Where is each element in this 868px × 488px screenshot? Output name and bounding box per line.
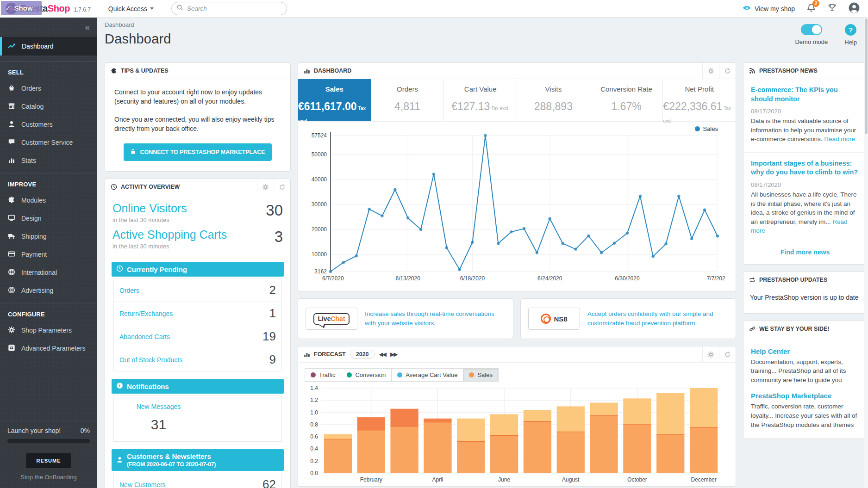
sidebar-item-shop-parameters[interactable]: Shop Parameters — [0, 323, 97, 337]
onboarding-progress-bar — [7, 439, 90, 443]
activity-group-notifications: NotificationsNew Messages31 — [112, 379, 284, 442]
panel-refresh-button[interactable] — [274, 179, 290, 195]
bar-chart-icon — [304, 351, 310, 358]
sidebar-item-payment[interactable]: Payment — [0, 247, 97, 261]
page-scrollbar[interactable] — [864, 18, 868, 488]
forecast-year[interactable]: 2020 — [350, 350, 375, 359]
sidebar-divider — [0, 61, 97, 62]
svg-text:October: October — [627, 476, 647, 483]
panel-refresh-button[interactable] — [719, 346, 736, 362]
support-link-title[interactable]: Help Center — [751, 347, 859, 355]
sidebar-item-advanced-parameters[interactable]: Advanced Parameters — [0, 341, 97, 355]
row-link[interactable]: New Messages — [137, 403, 181, 410]
svg-text:57524: 57524 — [312, 132, 327, 139]
group-date-range: (FROM 2020-06-07 TO 2020-07-07) — [127, 461, 216, 468]
forecast-tab-average-cart-value[interactable]: Average Cart Value — [392, 368, 463, 382]
metric-tab-sales[interactable]: Sales€611,617.00Tax excl. — [298, 79, 371, 121]
sidebar-item-international[interactable]: International — [0, 266, 97, 279]
sidebar-item-label: Shop Parameters — [21, 327, 72, 334]
svg-text:February: February — [360, 476, 382, 483]
row-link[interactable]: Return/Exchanges — [119, 310, 173, 317]
sidebar-item-customers[interactable]: Customers — [0, 117, 97, 131]
metric-tab-conversion-rate[interactable]: Conversion Rate1.67% — [590, 79, 663, 121]
sidebar-section-label: IMPROVE — [8, 181, 97, 188]
unlock-icon — [130, 148, 136, 156]
tips-paragraph: Connect to your account right now to enj… — [114, 87, 281, 106]
group-title: Notifications — [127, 383, 169, 390]
panel-settings-button[interactable] — [257, 179, 274, 195]
svg-text:0.8: 0.8 — [310, 421, 318, 428]
sidebar-item-shipping[interactable]: Shipping — [0, 229, 97, 243]
view-my-shop-link[interactable]: View my shop — [743, 4, 795, 13]
forecast-tab-sales[interactable]: Sales — [463, 368, 499, 382]
scrollbar-thumb[interactable] — [865, 19, 868, 134]
stop-onboarding-link[interactable]: Stop the OnBoarding — [7, 474, 90, 481]
ns8-ad-text: Accept orders confidently with our simpl… — [587, 309, 728, 327]
help-icon[interactable]: ? — [845, 24, 856, 36]
stats-icon — [8, 156, 15, 165]
sidebar-item-advertising[interactable]: Advertising — [0, 284, 97, 297]
svg-text:0.6: 0.6 — [310, 433, 318, 440]
sidebar-item-design[interactable]: Design — [0, 211, 97, 225]
achievements-trophy[interactable] — [828, 3, 837, 14]
sidebar-item-dashboard[interactable]: Dashboard — [0, 37, 97, 56]
panel-refresh-button[interactable] — [719, 63, 736, 79]
connect-marketplace-button[interactable]: CONNECT TO PRESTASHOP MARKETPLACE — [124, 143, 271, 161]
employee-avatar[interactable] — [849, 2, 860, 15]
notifications-bell[interactable]: 2 — [807, 3, 816, 14]
metric-tab-cart-value[interactable]: Cart Value€127.13Tax excl. — [444, 79, 517, 121]
metric-tab-visits[interactable]: Visits288,893 — [517, 79, 590, 121]
forecast-prev-button[interactable]: ◀◀ — [379, 351, 386, 358]
forecast-next-button[interactable]: ▶▶ — [390, 351, 397, 358]
row-link[interactable]: Orders — [119, 287, 139, 294]
search-bar[interactable] — [171, 2, 287, 15]
resume-button[interactable]: RESUME — [26, 453, 71, 468]
forecast-tab-conversion[interactable]: Conversion — [341, 368, 392, 382]
bar-chart-icon — [304, 68, 310, 74]
find-more-news-link[interactable]: Find more news — [743, 244, 867, 264]
news-article-title[interactable]: Important stages of a business: why do y… — [751, 159, 859, 177]
sidebar-collapse-button[interactable]: « — [0, 18, 97, 37]
sidebar-item-stats[interactable]: Stats — [0, 154, 97, 167]
metric-tab-net-profit[interactable]: Net Profit€222,336.61Tax excl. — [663, 79, 736, 121]
stat-sublabel: in the last 30 minutes — [112, 216, 187, 223]
sidebar-item-modules[interactable]: Modules — [0, 193, 97, 207]
stat-label[interactable]: Online Visitors — [112, 202, 187, 215]
sidebar: « Dashboard SELLOrdersCatalogCustomersCu… — [0, 18, 97, 488]
series-color-dot — [347, 372, 352, 377]
page-title: Dashboard — [105, 31, 868, 47]
read-more-link[interactable]: Read more — [824, 136, 855, 142]
activity-group-currently-pending: Currently PendingOrders2Return/Exchanges… — [112, 262, 284, 371]
sales-line-chart: 31621000020000300004000050000575246/7/20… — [301, 124, 725, 286]
legend-label: Sales — [703, 125, 718, 132]
livechat-ad[interactable]: LiveChat Increase sales through real-tim… — [298, 298, 513, 339]
quick-access-menu[interactable]: Quick Access — [108, 5, 154, 12]
list-item: Orders2 — [114, 278, 281, 302]
metric-tab-orders[interactable]: Orders4,811 — [371, 79, 444, 121]
metric-value: 288,893 — [534, 100, 573, 112]
row-link[interactable]: Out of Stock Products — [119, 356, 182, 364]
panel-title: PRESTASHOP UPDATES — [759, 277, 827, 283]
sidebar-item-customer-service[interactable]: Customer Service — [0, 136, 97, 149]
news-article-title[interactable]: E-commerce: The KPIs you should monitor — [751, 86, 859, 104]
support-links: Help CenterDocumentation, support, exper… — [743, 337, 867, 439]
forecast-tab-traffic[interactable]: Traffic — [305, 368, 341, 382]
support-link-text: Documentation, support, experts, trainin… — [751, 358, 859, 385]
sidebar-item-orders[interactable]: Orders — [0, 81, 97, 95]
sidebar-item-catalog[interactable]: Catalog — [0, 99, 97, 113]
panel-settings-button[interactable] — [702, 346, 719, 362]
row-link[interactable]: New Customers — [119, 481, 166, 488]
avatar-icon — [849, 2, 860, 15]
row-value: 1 — [269, 306, 276, 321]
sidebar-divider — [0, 173, 97, 173]
sidebar-item-label: Stats — [21, 157, 36, 164]
stat-label[interactable]: Active Shopping Carts — [112, 228, 227, 241]
svg-text:20000: 20000 — [312, 226, 327, 233]
row-link[interactable]: Abandoned Carts — [119, 333, 170, 340]
news-article: E-commerce: The KPIs you should monitor0… — [743, 79, 867, 152]
panel-settings-button[interactable] — [702, 63, 719, 79]
ns8-ad[interactable]: NS8 Accept orders confidently with our s… — [520, 298, 736, 339]
demo-mode-toggle[interactable] — [801, 24, 822, 35]
search-input[interactable] — [187, 5, 282, 12]
support-link-title[interactable]: PrestaShop Marketplace — [751, 392, 859, 400]
